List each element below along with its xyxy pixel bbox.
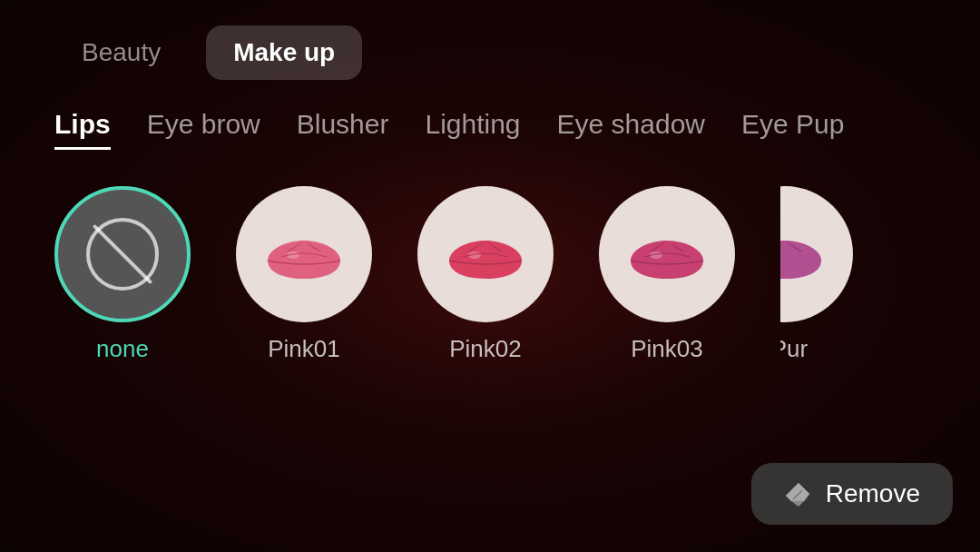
lips-items-row: none Pink01 Pink [0,150,980,363]
category-tab-eyepup[interactable]: Eye Pup [741,109,844,150]
category-tabs: Lips Eye brow Blusher Lighting Eye shado… [0,80,980,150]
remove-button-label: Remove [826,479,920,508]
eraser-icon [784,479,813,508]
lips-item-none[interactable]: none [54,186,191,363]
lips-pink02-circle [417,186,554,322]
lips-pur-circle [780,186,853,322]
lips-pink03-label: Pink03 [631,335,703,363]
lips-item-pink03[interactable]: Pink03 [599,186,735,363]
lips-pink01-svg [259,222,349,286]
svg-marker-4 [786,483,809,501]
none-icon [86,218,159,291]
lips-pink02-svg [440,222,531,286]
lips-item-pink02[interactable]: Pink02 [417,186,554,363]
top-tab-beauty[interactable]: Beauty [54,25,188,80]
lips-pink02-label: Pink02 [449,335,522,363]
category-tab-eyeshadow[interactable]: Eye shadow [557,109,705,150]
svg-marker-5 [791,501,804,507]
lips-pink03-circle [599,186,735,322]
category-tab-blusher[interactable]: Blusher [297,109,389,150]
lips-item-pur[interactable]: Pur [780,186,853,363]
top-tab-makeup[interactable]: Make up [206,25,362,80]
lips-pur-svg [780,222,830,286]
category-tab-eyebrow[interactable]: Eye brow [147,109,260,150]
lips-pink01-circle [236,186,372,322]
category-tab-lighting[interactable]: Lighting [425,109,520,150]
lips-none-circle [54,186,191,322]
lips-none-label: none [96,335,149,363]
lips-pink01-label: Pink01 [268,335,340,363]
top-tabs: Beauty Make up [0,0,980,80]
category-tab-lips[interactable]: Lips [54,109,111,150]
lips-item-pink01[interactable]: Pink01 [236,186,372,363]
remove-button[interactable]: Remove [751,463,953,525]
lips-pink03-svg [622,222,712,286]
lips-pur-label: Pur [780,335,808,363]
